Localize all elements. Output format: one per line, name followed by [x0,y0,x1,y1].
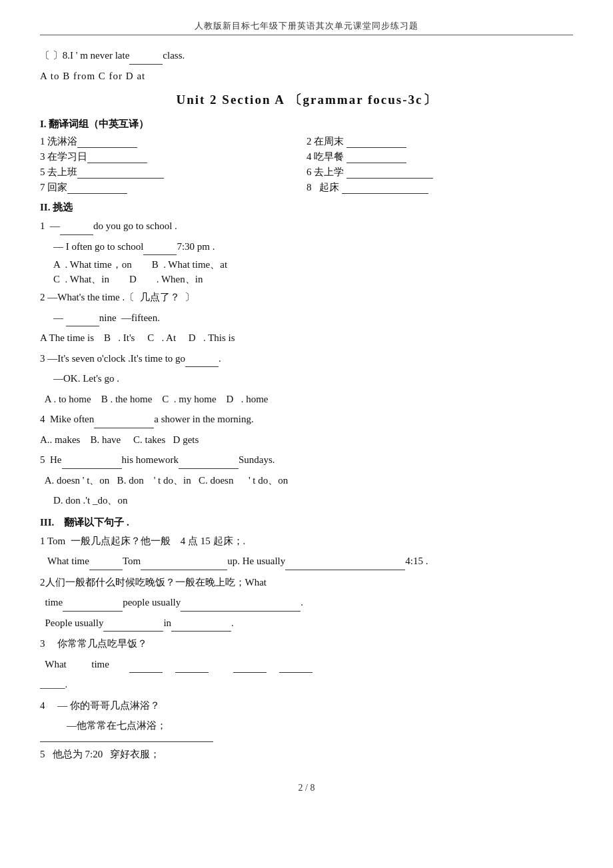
q2-5-options: A. doesn ' t、on B. don ' t do、in C. does… [40,472,573,490]
t3-1-en: What timeTomup. He usually4:15 . [40,553,573,570]
t3-4-cn1: 4 — 你的哥哥几点淋浴？ [40,697,573,715]
list-item: 2 在周末 [306,135,573,149]
list-item: 5 去上班 [40,165,306,179]
page-number: 2 / 8 [299,783,315,793]
t3-3-en: What time [40,656,573,673]
t3-4-cn2: —他常常在七点淋浴； [67,717,573,735]
q2-1-options2: C . What、in D . When、in [53,273,573,286]
q2-3-options: A . to home B . the home C . my home D .… [40,391,573,408]
header-title: 人教版新目标七年级下册英语其次单元课堂同步练习题 [195,21,418,31]
t3-4: 4 — 你的哥哥几点淋浴？ —他常常在七点淋浴； [40,697,573,742]
q2-5: 5 Hehis homeworkSundays. [40,452,573,469]
list-item: 4 吃早餐 [306,150,573,164]
t3-2-en1: timepeople usually. [40,594,573,612]
option-d: D . When、in [129,273,203,286]
list-item: 8 起床 [306,181,573,195]
list-item: 6 去上学 [306,165,573,179]
q2-5-options2: D. don .'t _do、on [53,492,573,510]
part3-title: III. 翻译以下句子 . [40,516,573,529]
bracket-options: A to B from C for D at [40,68,573,85]
t3-3-end: _____. [40,676,573,693]
t3-5-cn: 5 他总为 7:20 穿好衣服； [40,746,573,763]
bracket-question: 〔 〕8.I ' m never lateclass. [40,47,573,65]
bracket-label: 〔 〕8.I ' m never lateclass. [40,50,185,61]
q2-1-options: A . What time，on B . What time、at [53,258,573,271]
page-header: 人教版新目标七年级下册英语其次单元课堂同步练习题 [40,20,573,35]
part2-title: II. 挑选 [40,201,573,214]
q2-3-sub: —OK. Let's go . [53,370,573,388]
q2-2: 2 —What's the time .〔 几点了？ 〕 [40,289,573,306]
page-footer: 2 / 8 [40,783,573,793]
q2-2-options: A The time is B . It's C . At D . This i… [40,330,573,347]
option-a: A . What time，on [53,258,132,271]
q2-4: 4 Mike oftena shower in the morning. [40,411,573,428]
t3-1-cn: 1 Tom 一般几点起床？他一般 4 点 15 起床；. [40,533,573,550]
list-item: 7 回家 [40,181,306,195]
option-c: C . What、in [53,273,109,286]
q2-1-sub: — I often go to school7:30 pm . [53,238,573,256]
vocab-grid: 1 洗淋浴 2 在周末 3 在学习日 4 吃早餐 5 去上班 6 去上学 7 回… [40,135,573,195]
section-title: Unit 2 Section A 〔grammar focus-3c〕 [40,91,573,109]
list-item: 3 在学习日 [40,150,306,164]
q2-3: 3 —It's seven o'clock .It's time to go. [40,350,573,368]
option-b: B . What time、at [152,258,227,271]
q2-2-sub: — nine —fifteen. [53,310,573,327]
q2-1: 1 —do you go to school . [40,218,573,235]
list-item: 1 洗淋浴 [40,135,306,149]
t3-2: 2人们一般都什么时候吃晚饭？一般在晚上吃；What timepeople usu… [40,574,573,632]
part1-title: I. 翻译词组（中英互译） [40,118,573,131]
t3-1: 1 Tom 一般几点起床？他一般 4 点 15 起床；. What timeTo… [40,533,573,570]
t3-3: 3 你常常几点吃早饭？ What time _____. [40,636,573,693]
t3-3-cn: 3 你常常几点吃早饭？ [40,636,573,653]
q2-4-options: A.. makes B. have C. takes D gets [40,432,573,449]
page: 人教版新目标七年级下册英语其次单元课堂同步练习题 〔 〕8.I ' m neve… [0,0,613,868]
t3-2-cn: 2人们一般都什么时候吃晚饭？一般在晚上吃；What [40,574,573,592]
t3-5: 5 他总为 7:20 穿好衣服； [40,746,573,763]
t3-2-en2: People usuallyin. [40,615,573,632]
t3-4-answer-line [40,741,213,742]
